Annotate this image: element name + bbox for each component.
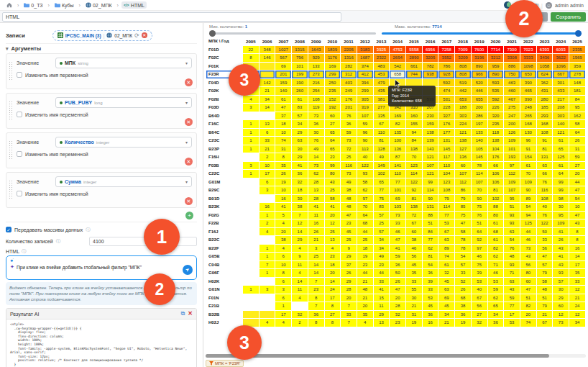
heatmap-cell[interactable]: 667 — [553, 71, 569, 79]
heatmap-cell[interactable]: 12 — [569, 311, 585, 320]
rename-checkbox[interactable] — [17, 112, 22, 117]
heatmap-cell[interactable]: 403 — [341, 79, 357, 88]
heatmap-cell[interactable]: 14 — [259, 104, 275, 112]
heatmap-cell[interactable]: 299 — [357, 87, 373, 96]
heatmap-cell[interactable]: 93 — [504, 212, 520, 220]
heatmap-cell[interactable]: 25 — [341, 153, 357, 162]
refresh-icon[interactable]: ⟳ — [134, 32, 139, 39]
heatmap-cell[interactable]: 305 — [357, 96, 373, 104]
heatmap-cell[interactable]: 348 — [259, 46, 275, 55]
heatmap-cell[interactable]: 26 — [275, 170, 291, 178]
heatmap-cell[interactable]: 6 — [275, 278, 291, 286]
heatmap-cell[interactable]: 19 — [357, 253, 373, 261]
heatmap-cell[interactable]: 112 — [455, 178, 471, 187]
heatmap-cell[interactable]: 6956 — [423, 46, 438, 55]
heatmap-cell[interactable]: 73 — [553, 319, 569, 327]
heatmap-cell[interactable]: 14 — [308, 269, 324, 278]
heatmap-cell[interactable]: 127 — [455, 145, 471, 154]
global-filter-chip[interactable]: МПК = 'F23R' — [206, 360, 244, 367]
heatmap-cell[interactable] — [259, 71, 275, 79]
heatmap-cell[interactable]: 21 — [438, 319, 454, 327]
heatmap-cell[interactable]: 1027 — [275, 46, 291, 55]
heatmap-cell[interactable]: 62 — [423, 245, 438, 253]
heatmap-cell[interactable]: 23 — [341, 219, 357, 228]
heatmap-cell[interactable]: 1 — [259, 212, 275, 220]
heatmap-cell[interactable]: 152 — [325, 96, 341, 104]
heatmap-cell[interactable]: 224 — [455, 120, 471, 129]
heatmap-cell[interactable]: 73 — [341, 170, 357, 178]
heatmap-cell[interactable]: 41 — [553, 228, 569, 237]
heatmap-cell[interactable]: 653 — [455, 96, 471, 104]
heatmap-cell[interactable]: 50 — [390, 269, 405, 278]
heatmap-cell[interactable]: 109 — [553, 219, 569, 228]
heatmap-cell[interactable]: 133 — [472, 129, 487, 137]
heatmap-cell[interactable]: 1058 — [537, 63, 553, 71]
heatmap-cell[interactable]: 40 — [357, 153, 373, 162]
heatmap-cell[interactable]: 43 — [325, 178, 341, 187]
heatmap-cell[interactable] — [243, 178, 259, 187]
heatmap-cell[interactable]: 30 — [553, 203, 569, 212]
heatmap-cell[interactable]: 82 — [390, 120, 405, 129]
heatmap-cell[interactable]: 59 — [390, 253, 405, 261]
heatmap-cell[interactable] — [243, 112, 259, 121]
heatmap-cell[interactable] — [243, 228, 259, 237]
heatmap-cell[interactable]: 32 — [438, 269, 454, 278]
heatmap-cell[interactable]: 90 — [472, 195, 487, 204]
heatmap-cell[interactable]: 60 — [553, 302, 569, 311]
heatmap-cell[interactable]: 7 — [308, 278, 324, 286]
heatmap-cell[interactable]: 4 — [259, 319, 275, 327]
heatmap-cell[interactable]: 28 — [390, 302, 405, 311]
heatmap-cell[interactable]: 32 — [292, 178, 308, 187]
heatmap-cell[interactable]: 8 — [308, 319, 324, 327]
heatmap-cell[interactable]: 7600 — [472, 46, 487, 55]
heatmap-cell[interactable]: 70 — [520, 170, 536, 178]
heatmap-cell[interactable]: 7009 — [455, 46, 471, 55]
heatmap-cell[interactable]: 30 — [406, 294, 422, 303]
heatmap-cell[interactable] — [259, 311, 275, 320]
heatmap-cell[interactable]: 74 — [275, 137, 291, 145]
heatmap-cell[interactable]: 38 — [275, 236, 291, 245]
heatmap-cell[interactable]: 64 — [357, 212, 373, 220]
heatmap-cell[interactable]: 18 — [275, 120, 291, 129]
heatmap-cell[interactable]: 37 — [275, 112, 291, 121]
heatmap-cell[interactable]: 4 — [259, 228, 275, 237]
heatmap-cell[interactable]: 10 — [275, 186, 291, 195]
heatmap-cell[interactable]: 381 — [374, 96, 390, 104]
heatmap-cell[interactable]: 70 — [357, 203, 373, 212]
heatmap-cell[interactable]: 185 — [537, 104, 553, 112]
heatmap-cell[interactable]: 48 — [504, 253, 520, 261]
heatmap-cell[interactable]: 293 — [537, 112, 553, 121]
heatmap-cell[interactable]: 90 — [520, 186, 536, 195]
heatmap-cell[interactable]: 890 — [472, 63, 487, 71]
heatmap-cell[interactable]: 453 — [374, 71, 390, 79]
heatmap-cell[interactable]: 71 — [504, 269, 520, 278]
heatmap-cell[interactable]: 121 — [423, 170, 438, 178]
heatmap-cell[interactable]: 46 — [406, 245, 422, 253]
heatmap-cell[interactable]: 106 — [488, 170, 504, 178]
heatmap-cell[interactable]: 7 — [308, 302, 324, 311]
widget-name-input[interactable] — [2, 12, 341, 22]
heatmap-cell[interactable]: 109 — [520, 178, 536, 187]
heatmap-cell[interactable]: 3622 — [553, 54, 569, 63]
heatmap-cell[interactable]: 98 — [553, 195, 569, 204]
heatmap-cell[interactable]: 43 — [520, 253, 536, 261]
heatmap-cell[interactable]: 99 — [553, 186, 569, 195]
heatmap-cell[interactable]: 43 — [553, 245, 569, 253]
heatmap-cell[interactable]: 73 — [341, 137, 357, 145]
heatmap-cell[interactable]: 92 — [406, 186, 422, 195]
heatmap-cell[interactable]: 67 — [438, 228, 454, 237]
heatmap-cell[interactable]: 201 — [275, 71, 291, 79]
heatmap-cell[interactable]: 592 — [438, 79, 454, 88]
heatmap-cell[interactable]: 3209 — [455, 54, 471, 63]
heatmap-cell[interactable] — [259, 112, 275, 121]
heatmap-cell[interactable]: 54 — [423, 261, 438, 270]
records-count-input[interactable] — [89, 237, 197, 246]
heatmap-cell[interactable]: 49 — [341, 178, 357, 187]
heatmap-cell[interactable] — [259, 63, 275, 71]
heatmap-cell[interactable]: 81 — [537, 145, 553, 154]
heatmap-cell[interactable]: 7 — [341, 302, 357, 311]
heatmap-cell[interactable]: 65 — [325, 129, 341, 137]
heatmap-cell[interactable]: 155 — [406, 120, 422, 129]
heatmap-cell[interactable]: 479 — [374, 79, 390, 88]
heatmap-cell[interactable]: 13 — [374, 319, 390, 327]
